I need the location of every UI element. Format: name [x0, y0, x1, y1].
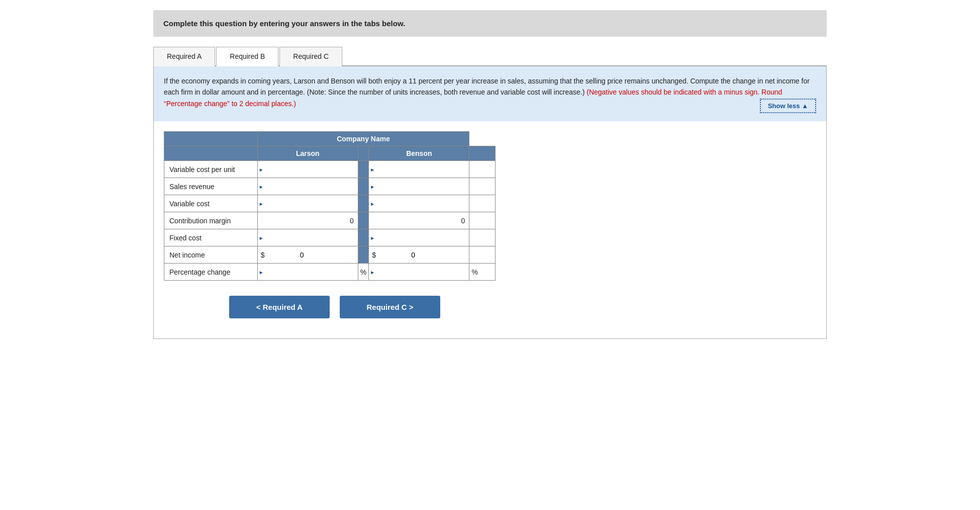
benson-header: Benson — [369, 146, 469, 161]
benson-vcpu-input[interactable] — [369, 161, 469, 178]
table-row: Variable cost per unit ► ► — [164, 161, 496, 178]
arrow-icon: ► — [259, 166, 264, 172]
benson-vc-cell: ► — [369, 195, 469, 212]
arrow-icon: ► — [370, 201, 375, 206]
arrow-icon: ► — [370, 184, 375, 189]
table-row: Variable cost ► ► — [164, 195, 496, 212]
extra-cell-sr — [469, 178, 496, 195]
larson-pct-input[interactable] — [258, 264, 338, 280]
table-row: Contribution margin 0 0 — [164, 212, 496, 229]
benson-ni-input[interactable] — [378, 247, 418, 263]
tab-required-a[interactable]: Required A — [153, 47, 215, 66]
larson-vc-cell: ► — [257, 195, 358, 212]
benson-vc-input[interactable] — [369, 196, 469, 212]
prev-button[interactable]: < Required A — [229, 296, 330, 318]
instruction-banner: Complete this question by entering your … — [153, 10, 827, 37]
arrow-icon: ► — [259, 184, 264, 189]
extra-header — [469, 146, 496, 161]
tab-required-c[interactable]: Required C — [279, 47, 342, 66]
col-divider-vcpu — [358, 161, 368, 178]
nav-buttons-row: < Required A Required C > — [164, 291, 506, 323]
col-divider-fc — [358, 229, 368, 246]
extra-cell-cm — [469, 212, 496, 229]
data-table: Company Name Larson Benson — [164, 131, 496, 281]
arrow-icon: ► — [370, 269, 375, 275]
extra-cell-vc — [469, 195, 496, 212]
benson-fc-input[interactable] — [369, 230, 469, 246]
larson-sr-cell: ► — [257, 178, 358, 195]
larson-header: Larson — [257, 146, 358, 161]
row-label-vcpu: Variable cost per unit — [164, 161, 258, 178]
benson-pct-cell: ► — [369, 264, 469, 281]
larson-sr-input[interactable] — [258, 179, 358, 195]
benson-fc-cell: ► — [369, 229, 469, 246]
larson-vcpu-input[interactable] — [258, 161, 358, 178]
row-label-cm: Contribution margin — [164, 212, 258, 229]
arrow-icon: ► — [259, 235, 264, 240]
benson-sr-input[interactable] — [369, 179, 469, 195]
larson-fc-input[interactable] — [258, 230, 358, 246]
benson-ni-cell: $ — [369, 246, 469, 264]
table-row: Fixed cost ► ► — [164, 229, 496, 246]
row-label-fc: Fixed cost — [164, 229, 258, 246]
instruction-text: Complete this question by entering your … — [163, 19, 405, 28]
table-section: Company Name Larson Benson — [154, 121, 826, 338]
row-label-sr: Sales revenue — [164, 178, 258, 195]
larson-ni-input[interactable] — [266, 247, 307, 263]
arrow-icon: ► — [370, 166, 375, 172]
benson-vcpu-cell: ► — [369, 161, 469, 178]
benson-dollar-prefix: $ — [372, 251, 376, 259]
col-divider-header — [358, 146, 368, 161]
col-divider-cm — [358, 212, 368, 229]
empty-header-sub — [164, 146, 258, 161]
row-label-ni: Net income — [164, 246, 258, 264]
larson-pct-suffix: % — [358, 264, 368, 281]
col-divider-sr — [358, 178, 368, 195]
description-box: If the economy expands in coming years, … — [154, 66, 826, 121]
arrow-icon: ► — [370, 235, 375, 240]
show-less-button[interactable]: Show less ▲ — [760, 99, 816, 113]
next-button[interactable]: Required C > — [340, 296, 440, 318]
table-row: Net income $ $ — [164, 246, 496, 264]
row-label-vc: Variable cost — [164, 195, 258, 212]
larson-dollar-prefix: $ — [261, 251, 265, 259]
benson-pct-suffix: % — [469, 264, 496, 281]
tab-required-b[interactable]: Required B — [216, 47, 278, 66]
content-area: If the economy expands in coming years, … — [153, 66, 827, 339]
extra-cell-ni — [469, 246, 496, 264]
larson-fc-cell: ► — [257, 229, 358, 246]
larson-cm-cell: 0 — [257, 212, 358, 229]
tabs-row: Required A Required B Required C — [153, 46, 827, 66]
benson-cm-cell: 0 — [369, 212, 469, 229]
arrow-icon: ► — [259, 269, 264, 275]
larson-pct-cell: ► — [257, 264, 358, 281]
extra-cell-vcpu — [469, 161, 496, 178]
benson-pct-input[interactable] — [369, 264, 449, 280]
row-label-pct: Percentage change — [164, 264, 258, 281]
extra-cell-fc — [469, 229, 496, 246]
benson-sr-cell: ► — [369, 178, 469, 195]
table-row: Sales revenue ► ► — [164, 178, 496, 195]
company-name-header: Company Name — [257, 132, 469, 146]
table-row: Percentage change ► % ► — [164, 264, 496, 281]
arrow-icon: ► — [259, 201, 264, 206]
empty-header-top — [164, 132, 258, 146]
col-divider-vc — [358, 195, 368, 212]
larson-vcpu-cell: ► — [257, 161, 358, 178]
larson-ni-cell: $ — [257, 246, 358, 264]
col-divider-ni — [358, 246, 368, 264]
larson-vc-input[interactable] — [258, 196, 358, 212]
